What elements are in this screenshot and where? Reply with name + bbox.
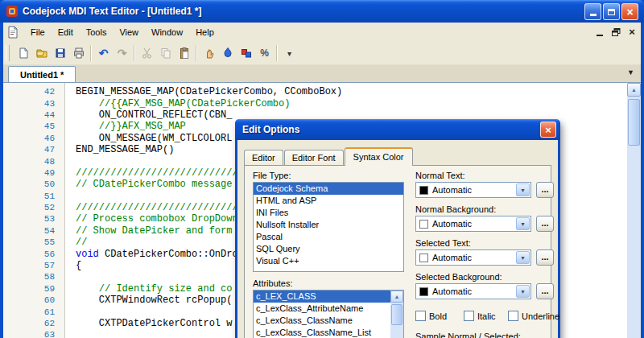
menu-window[interactable]: Window bbox=[145, 24, 189, 40]
menu-help[interactable]: Help bbox=[189, 24, 221, 40]
new-file-icon bbox=[17, 47, 30, 60]
italic-checkbox[interactable]: Italic bbox=[464, 311, 496, 321]
pan-button[interactable] bbox=[200, 44, 218, 63]
dialog-title-bar[interactable]: Edit Options × bbox=[235, 119, 560, 140]
attributes-listbox[interactable]: c_LEX_CLASS c_LexClass_AttributeName c_L… bbox=[253, 290, 404, 338]
editor-line[interactable]: 43 //{{AFX_MSG_MAP(CDatePickerCombo) bbox=[3, 97, 627, 109]
paste-button[interactable] bbox=[175, 44, 193, 63]
mdi-close-icon: × bbox=[629, 27, 635, 37]
list-item[interactable]: SQL Query bbox=[254, 243, 403, 255]
list-item[interactable]: INI Files bbox=[254, 207, 403, 219]
color-swatch bbox=[419, 186, 428, 195]
tab-untitled1[interactable]: Untitled1 * bbox=[8, 66, 76, 83]
save-button[interactable] bbox=[51, 44, 69, 63]
underline-checkbox[interactable]: Underline bbox=[508, 311, 559, 321]
minimize-button[interactable] bbox=[584, 3, 601, 20]
normal-background-browse-button[interactable]: ... bbox=[536, 216, 554, 232]
attributes-scrollbar[interactable]: ▲ bbox=[390, 291, 403, 338]
open-file-button[interactable] bbox=[32, 44, 51, 63]
paste-icon bbox=[178, 47, 191, 60]
list-item[interactable]: c_LexClass_AttributeName bbox=[254, 303, 403, 315]
new-file-button[interactable] bbox=[14, 44, 32, 63]
close-icon: × bbox=[626, 6, 633, 19]
arrow-down-icon: ▼ bbox=[520, 188, 526, 193]
checkbox-label: Italic bbox=[477, 311, 496, 321]
list-item[interactable]: c_LexClass_ClassName bbox=[254, 315, 403, 327]
minimize-icon bbox=[590, 14, 597, 16]
selected-text-combobox[interactable]: Automatic ▼ bbox=[415, 249, 531, 266]
cut-button[interactable] bbox=[138, 44, 156, 63]
chevron-down-icon: ▼ bbox=[627, 68, 634, 76]
editor-vertical-scrollbar[interactable]: ▲ bbox=[627, 83, 641, 338]
checkbox-box[interactable] bbox=[464, 311, 474, 321]
normal-text-combobox[interactable]: Automatic ▼ bbox=[415, 182, 531, 198]
combo-value: Automatic bbox=[432, 253, 516, 262]
document-tab-bar: Untitled1 * ▼ bbox=[3, 65, 641, 82]
copy-button[interactable] bbox=[156, 44, 175, 63]
mdi-minimize-button[interactable] bbox=[592, 25, 607, 39]
list-item[interactable]: Pascal bbox=[254, 231, 403, 243]
arrow-up-icon: ▲ bbox=[394, 294, 400, 299]
normal-text-browse-button[interactable]: ... bbox=[536, 182, 554, 198]
normal-background-combobox[interactable]: Automatic ▼ bbox=[415, 216, 531, 232]
combo-dropdown-button[interactable]: ▼ bbox=[516, 285, 530, 298]
toolbar-options-button[interactable]: ▾ bbox=[280, 44, 299, 63]
title-bar[interactable]: Codejock MDI Text Editor - [Untitled1 *]… bbox=[0, 0, 644, 23]
menu-tools[interactable]: Tools bbox=[80, 24, 114, 40]
scrollbar-thumb[interactable] bbox=[391, 304, 402, 325]
syntax-color-button[interactable]: % bbox=[255, 44, 274, 63]
scroll-up-button[interactable]: ▲ bbox=[627, 83, 641, 97]
undo-button[interactable]: ↶ bbox=[94, 44, 113, 63]
combo-dropdown-button[interactable]: ▼ bbox=[516, 183, 530, 196]
close-button[interactable]: × bbox=[621, 3, 638, 20]
tab-syntax-color[interactable]: Syntax Color bbox=[345, 147, 413, 166]
list-item[interactable]: Nullsoft Installer bbox=[254, 219, 403, 231]
selected-text-browse-button[interactable]: ... bbox=[536, 249, 554, 266]
percent-icon: % bbox=[260, 47, 269, 59]
list-item[interactable]: Codejock Schema bbox=[254, 183, 403, 195]
menu-file[interactable]: File bbox=[24, 24, 52, 40]
menu-bar: File Edit Tools View Window Help × bbox=[3, 23, 641, 42]
selected-background-browse-button[interactable]: ... bbox=[536, 283, 554, 299]
menu-edit[interactable]: Edit bbox=[52, 24, 80, 40]
combo-value: Automatic bbox=[432, 185, 516, 195]
selected-background-combobox[interactable]: Automatic ▼ bbox=[415, 283, 531, 299]
redo-button[interactable]: ↷ bbox=[113, 44, 131, 63]
combo-dropdown-button[interactable]: ▼ bbox=[516, 217, 530, 230]
hand-icon bbox=[203, 47, 216, 60]
redo-icon: ↷ bbox=[118, 47, 127, 59]
attributes-label: Attributes: bbox=[253, 278, 293, 288]
tab-list-dropdown[interactable]: ▼ bbox=[627, 68, 634, 76]
mdi-restore-button[interactable] bbox=[609, 25, 623, 39]
normal-background-label: Normal Background: bbox=[415, 204, 496, 214]
checkbox-label: Bold bbox=[429, 311, 447, 321]
tab-editor-font[interactable]: Editor Font bbox=[284, 150, 344, 165]
dialog-title: Edit Options bbox=[242, 119, 299, 140]
list-item[interactable]: Visual C++ bbox=[254, 255, 403, 267]
combo-dropdown-button[interactable]: ▼ bbox=[516, 251, 530, 264]
menu-view[interactable]: View bbox=[113, 24, 145, 40]
colors-button[interactable] bbox=[237, 44, 255, 63]
scrollbar-thumb[interactable] bbox=[628, 99, 640, 146]
chevron-down-icon: ▾ bbox=[287, 49, 291, 58]
dialog-close-button[interactable]: × bbox=[540, 122, 556, 138]
format-paint-button[interactable] bbox=[218, 44, 237, 63]
color-swatch bbox=[419, 254, 428, 262]
file-type-listbox[interactable]: Codejock Schema HTML and ASP INI Files N… bbox=[253, 182, 404, 272]
checkbox-box[interactable] bbox=[415, 311, 426, 321]
scroll-up-button[interactable]: ▲ bbox=[390, 291, 403, 303]
toolbar-grip[interactable] bbox=[6, 45, 10, 61]
bold-checkbox[interactable]: Bold bbox=[415, 311, 447, 321]
editor-line[interactable]: 42BEGIN_MESSAGE_MAP(CDatePickerCombo, CC… bbox=[3, 86, 627, 97]
checkbox-box[interactable] bbox=[508, 311, 518, 321]
list-item[interactable]: HTML and ASP bbox=[254, 195, 403, 207]
print-button[interactable] bbox=[69, 44, 88, 63]
list-item[interactable]: c_LexClass_ClassName_List bbox=[254, 327, 403, 338]
undo-icon: ↶ bbox=[99, 47, 109, 59]
list-item[interactable]: c_LEX_CLASS bbox=[254, 291, 403, 303]
cut-icon bbox=[141, 47, 154, 60]
save-icon bbox=[54, 47, 67, 60]
mdi-close-button[interactable]: × bbox=[625, 25, 639, 39]
tab-editor[interactable]: Editor bbox=[244, 150, 283, 165]
maximize-button[interactable] bbox=[603, 3, 620, 20]
